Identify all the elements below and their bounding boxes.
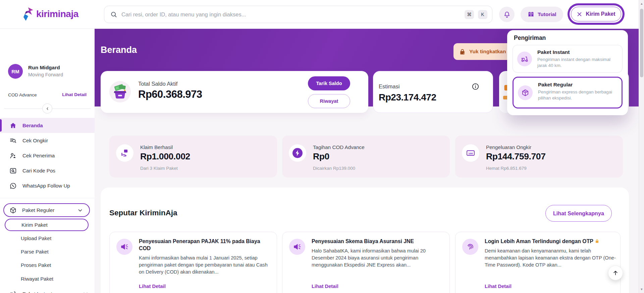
tarik-saldo-button[interactable]: Tarik Saldo — [308, 76, 350, 90]
sidebar-item-cek-penerima[interactable]: Cek Penerima — [0, 148, 95, 163]
sidebar: RM Run Midgard Moving Forward COD Advanc… — [0, 29, 95, 293]
estimasi-card: Estimasi Rp23.174.472 — [373, 71, 493, 113]
scooter-icon — [9, 290, 17, 293]
sidebar-group-paket-reguler[interactable]: Paket Reguler — [3, 203, 90, 217]
scrollbar-thumb[interactable] — [640, 9, 643, 77]
news-card-title: Penyesuaian Penerapan PAJAK 11% pada Bia… — [139, 238, 270, 252]
megaphone-icon — [116, 239, 132, 255]
svg-text:100: 100 — [468, 152, 473, 155]
stat-card-ongkir: 100 Pengeluaran Ongkir Rp144.759.707 Hem… — [455, 136, 623, 177]
logo-wordmark: kiriminaja — [36, 9, 78, 19]
lihat-detail-link[interactable]: Lihat Detail — [312, 284, 338, 289]
option-description: Pengiriman express dengan berbagai pilih… — [538, 89, 620, 101]
estimasi-value: Rp23.174.472 — [379, 92, 436, 103]
global-search: ⌘ K — [104, 6, 492, 23]
news-section: Seputar KiriminAja Lihat Selengkapnya Pe… — [101, 188, 629, 293]
sidebar-item-label: WhatsApp Follow Up — [22, 183, 70, 189]
scooter-icon — [517, 52, 532, 66]
arrow-up-icon — [612, 270, 619, 276]
chevron-down-icon — [83, 291, 89, 293]
stat-sub: Hemat Rp6.851.679 — [486, 166, 527, 171]
sidebar-nav: Beranda Cek Ongkir Cek Penerima Cari Kod… — [0, 118, 95, 193]
avatar[interactable]: RM — [8, 64, 23, 79]
stat-value: Rp1.000.002 — [140, 151, 190, 162]
book-icon — [527, 11, 535, 18]
sidebar-collapse-button[interactable] — [42, 103, 52, 114]
scrollbar-up-arrow[interactable]: ▲ — [639, 1, 644, 6]
lihat-detail-link[interactable]: Lihat Detail — [139, 284, 166, 289]
riwayat-button[interactable]: Riwayat — [308, 94, 350, 108]
kirim-paket-label: Kirim Paket — [586, 11, 615, 17]
stat-value: Rp0 — [313, 151, 329, 162]
kiriminaja-dashboard: Beranda Yuk tingkatkan Total Saldo Aktif… — [0, 0, 644, 293]
sidebar-item-kirim-paket[interactable]: Kirim Paket — [5, 219, 89, 231]
option-description: Pengiriman instant dengan maksimal jarak… — [537, 57, 620, 69]
money-bill-icon: 100 — [462, 144, 479, 162]
pengiriman-dropdown: Pengiriman Paket Instant Pengiriman inst… — [507, 30, 628, 115]
sidebar-item-label: Beranda — [22, 123, 43, 128]
sidebar-item-proses-paket[interactable]: Proses Paket — [21, 262, 51, 268]
sidebar-item-upload-paket[interactable]: Upload Paket — [21, 235, 51, 241]
news-card-title: Penyesuaian Skema Biaya Asuransi JNE — [312, 238, 443, 245]
news-card[interactable]: Login Lebih Aman Terlindungi dengan OTP … — [455, 232, 621, 293]
recipient-icon — [9, 152, 17, 159]
user-tagline: Moving Forward — [28, 72, 63, 77]
sidebar-item-label: Cek Ongkir — [22, 138, 48, 143]
kirim-paket-button[interactable]: Kirim Paket — [571, 7, 621, 21]
sidebar-item-cari-kode-pos[interactable]: Cari Kode Pos — [0, 163, 95, 178]
saldo-card: Total Saldo Aktif Rp60.368.973 Tarik Sal… — [101, 71, 368, 113]
paket-instant-option[interactable]: Paket Instant Pengiriman instant dengan … — [513, 45, 623, 73]
sidebar-item-cek-ongkir[interactable]: Cek Ongkir — [0, 133, 95, 148]
sidebar-item-beranda[interactable]: Beranda — [0, 118, 95, 133]
page-scrollbar[interactable]: ▲ ▼ — [639, 0, 644, 293]
lihat-detail-link[interactable]: Lihat Detail — [485, 284, 512, 289]
top-header: kiriminaja ⌘ K Tutorial Kirim Paket — [0, 0, 644, 29]
stat-card-klaim: Klaim Berhasil Rp1.000.002 Dari 3 Klaim … — [109, 136, 277, 177]
close-icon — [577, 11, 582, 17]
cod-advance-label: COD Advance — [8, 92, 37, 97]
sidebar-section-divider — [0, 198, 95, 198]
news-card[interactable]: Penyesuaian Penerapan PAJAK 11% pada Bia… — [109, 232, 277, 293]
package-icon — [518, 85, 533, 100]
megaphone-icon — [289, 239, 305, 255]
wallet-illustration-icon — [109, 81, 131, 102]
news-card[interactable]: Penyesuaian Skema Biaya Asuransi JNE Hal… — [282, 232, 450, 293]
search-input[interactable] — [121, 11, 461, 18]
sidebar-item-whatsapp-follow-up[interactable]: WhatsApp Follow Up — [0, 178, 95, 193]
estimasi-label: Estimasi — [379, 83, 399, 90]
stat-label: Tagihan COD Advance — [313, 144, 365, 150]
stat-card-cod: Tagihan COD Advance Rp0 Dicairkan Rp139.… — [282, 136, 450, 177]
scrollbar-down-arrow[interactable]: ▼ — [639, 287, 644, 292]
info-icon[interactable] — [472, 83, 479, 90]
k-keycap: K — [478, 10, 487, 19]
option-title: Paket Instant — [537, 49, 570, 55]
user-name: Run Midgard — [28, 65, 60, 71]
saldo-label: Total Saldo Aktif — [138, 81, 177, 87]
lightning-icon — [289, 144, 306, 162]
cod-lihat-detail-link[interactable]: Lihat Detail — [62, 92, 87, 97]
chevron-left-icon — [45, 106, 50, 111]
sidebar-item-riwayat-paket[interactable]: Riwayat Paket — [21, 276, 53, 282]
lihat-selengkapnya-button[interactable]: Lihat Selengkapnya — [545, 205, 612, 222]
cmd-keycap: ⌘ — [465, 10, 474, 19]
scroll-to-top-button[interactable] — [608, 266, 623, 280]
tutorial-button[interactable]: Tutorial — [521, 7, 563, 22]
stat-label: Pengeluaran Ongkir — [486, 144, 531, 150]
paket-regular-option[interactable]: Paket Regular Pengiriman express dengan … — [513, 77, 623, 108]
sidebar-item-label: Cek Penerima — [22, 153, 55, 158]
stat-label: Klaim Berhasil — [140, 144, 173, 150]
news-card-title: Login Lebih Aman Terlindungi dengan OTP — [485, 238, 616, 245]
postal-search-icon — [9, 167, 17, 174]
sidebar-item-label: Cari Kode Pos — [22, 168, 55, 173]
sidebar-item-parse-paket[interactable]: Parse Paket — [21, 249, 49, 254]
notifications-button[interactable] — [499, 7, 515, 22]
page-title: Beranda — [101, 45, 137, 55]
kiriminaja-logo[interactable]: kiriminaja — [21, 7, 78, 21]
saldo-value: Rp60.368.973 — [138, 88, 202, 100]
stat-value: Rp144.759.707 — [486, 151, 546, 162]
news-card-body: Halo SahabatKA, kami informasikan bahwa … — [312, 247, 443, 269]
search-icon — [110, 11, 117, 18]
upgrade-banner-label: Yuk tingkatkan — [469, 49, 506, 55]
lock-icon — [459, 48, 466, 55]
sidebar-group-paket-instant[interactable]: Paket Instant — [0, 287, 95, 293]
